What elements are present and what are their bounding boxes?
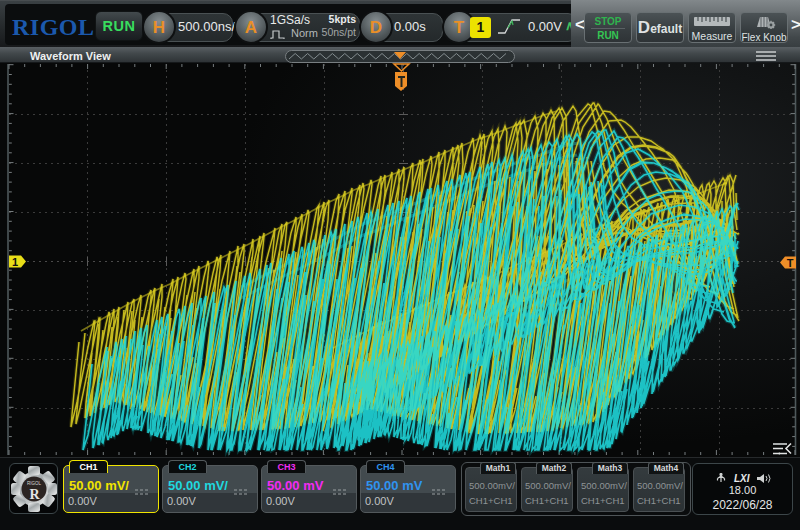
svg-text:LXI: LXI [734, 473, 750, 484]
svg-text:R: R [29, 487, 40, 502]
svg-text:1: 1 [12, 256, 18, 268]
svg-text:RIGOL: RIGOL [27, 481, 42, 486]
svg-text:T: T [787, 257, 794, 269]
